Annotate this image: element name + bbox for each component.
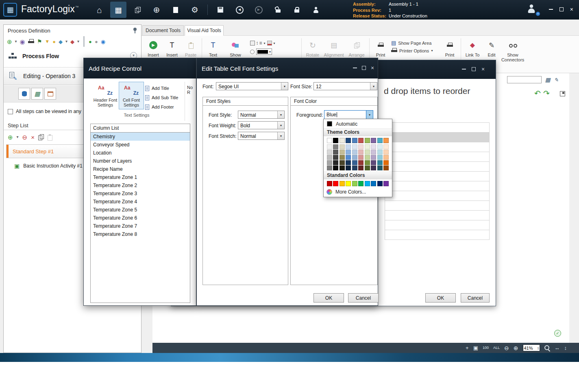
expand-icon[interactable] <box>560 91 565 98</box>
color-swatch[interactable] <box>340 144 345 149</box>
header-font-settings-button[interactable]: Header FontSettings <box>93 82 118 109</box>
color-swatch[interactable] <box>358 155 364 160</box>
remove-step-icon[interactable]: ⊖ <box>22 134 28 140</box>
reorder-row[interactable] <box>385 123 490 133</box>
copy-step-icon[interactable] <box>38 134 44 140</box>
color-swatch[interactable] <box>358 150 364 155</box>
color-swatch[interactable] <box>352 144 357 149</box>
close-button[interactable] <box>570 7 573 11</box>
font-select[interactable]: Segoe UI <box>216 82 288 90</box>
add-footer-button[interactable]: Add Footer <box>145 103 174 111</box>
data-source-button[interactable] <box>18 88 30 100</box>
palette-icon[interactable]: ◆ <box>59 39 63 44</box>
color-swatch[interactable] <box>333 144 338 149</box>
add-step-caret-icon[interactable]: ▾ <box>17 135 19 139</box>
column-list-item[interactable]: Temperature Zone 6 <box>91 214 190 222</box>
schedule-button[interactable] <box>44 88 56 100</box>
unlock-icon[interactable] <box>270 2 286 18</box>
add-title-button[interactable]: Add Title <box>145 84 169 92</box>
color-swatch[interactable] <box>340 160 345 165</box>
fit-width-icon[interactable]: ↔ <box>555 345 560 351</box>
font-size-select[interactable]: 12 <box>313 82 377 90</box>
color-swatch[interactable] <box>365 181 370 186</box>
color-swatch[interactable] <box>358 181 364 186</box>
flow-icon[interactable]: ⚑ <box>37 39 42 44</box>
color-swatch[interactable] <box>383 155 389 160</box>
color-swatch[interactable] <box>340 155 345 160</box>
foreground-color-select[interactable]: Blue <box>324 110 373 119</box>
font-style-select[interactable]: Normal <box>238 111 285 119</box>
stop-icon[interactable]: ● <box>95 39 98 44</box>
column-list-item[interactable]: Number of Layers <box>91 157 190 165</box>
zoom-in-icon[interactable]: ⊕ <box>514 345 518 351</box>
delete-step-icon[interactable]: × <box>31 134 35 140</box>
color-swatch[interactable] <box>371 155 376 160</box>
grid-view-button[interactable] <box>544 76 552 84</box>
color-swatch[interactable] <box>365 144 370 149</box>
color-swatch[interactable] <box>352 181 357 186</box>
color-swatch[interactable] <box>333 155 338 160</box>
cancel-button[interactable]: Cancel <box>348 293 379 303</box>
color-swatch[interactable] <box>383 181 389 186</box>
column-list-item[interactable]: Temperature Zone 2 <box>91 181 190 189</box>
edit-page-button[interactable] <box>552 76 560 84</box>
maximize-button[interactable] <box>472 67 476 71</box>
color-swatch[interactable] <box>377 160 383 165</box>
dropdown-arrow-icon[interactable] <box>370 83 377 90</box>
color-swatch[interactable] <box>365 155 370 160</box>
navigate-icon[interactable]: ◉ <box>20 39 25 45</box>
color-swatch[interactable] <box>377 138 383 143</box>
settings-gear-icon[interactable]: ⚙ <box>187 2 203 18</box>
color-swatch[interactable] <box>346 138 351 143</box>
print-icon[interactable] <box>28 39 34 44</box>
color-swatch[interactable] <box>383 144 389 149</box>
color-swatch[interactable] <box>365 160 370 165</box>
color-swatch[interactable] <box>327 150 332 155</box>
add-caret-icon[interactable]: ▾ <box>15 39 17 44</box>
color-swatch[interactable] <box>340 166 345 170</box>
color-swatch[interactable] <box>327 181 332 186</box>
color-swatch[interactable] <box>365 150 370 155</box>
dropdown-arrow-icon[interactable] <box>277 122 284 129</box>
insert-text-button[interactable]: TInsert <box>163 38 181 57</box>
tab-visual-aid-tools[interactable]: Visual Aid Tools <box>185 25 224 36</box>
column-list-item[interactable]: Temperature Zone 4 <box>91 198 190 206</box>
reorder-row[interactable] <box>385 181 490 191</box>
info-icon[interactable]: ◉ <box>101 39 105 44</box>
save-icon[interactable] <box>212 2 229 18</box>
color-swatch[interactable] <box>371 144 376 149</box>
show-page-area-button[interactable]: ▤Show Page Area <box>391 40 439 46</box>
add-step-icon[interactable]: ⊕ <box>8 134 13 140</box>
color-swatch[interactable] <box>377 150 383 155</box>
automatic-color-option[interactable]: Automatic <box>324 119 392 128</box>
reorder-row[interactable] <box>385 211 490 220</box>
more-colors-button[interactable]: More Colors... <box>324 187 392 196</box>
color-swatch[interactable] <box>340 138 345 143</box>
all-steps-checkbox[interactable] <box>8 109 13 114</box>
column-list-item[interactable]: Temperature Zone 8 <box>91 230 190 238</box>
paste-step-icon[interactable] <box>47 134 52 140</box>
color-swatch[interactable] <box>352 138 357 143</box>
reorder-row[interactable] <box>385 133 490 142</box>
color-swatch[interactable] <box>333 166 338 170</box>
column-list-item[interactable]: Recipe Name <box>91 165 190 173</box>
maximize-button[interactable] <box>362 66 366 70</box>
text-button[interactable]: TText <box>204 38 222 57</box>
status-badge-icon[interactable] <box>554 330 561 337</box>
link-to-button[interactable]: ◆Link To <box>463 38 482 57</box>
color-swatch[interactable] <box>327 160 332 165</box>
color-swatch[interactable] <box>346 160 351 165</box>
palette-caret-icon[interactable]: ▾ <box>65 39 67 44</box>
color-swatch[interactable] <box>358 144 364 149</box>
maximize-button[interactable] <box>559 7 564 11</box>
fit-page-icon[interactable]: ↕ <box>564 345 567 351</box>
color-swatch[interactable] <box>346 144 351 149</box>
font-weight-select[interactable]: Bold <box>238 121 285 129</box>
color-swatch[interactable] <box>383 150 389 155</box>
dropdown-arrow-icon[interactable] <box>281 83 288 90</box>
color-swatch[interactable] <box>346 166 351 170</box>
color-swatch[interactable] <box>346 150 351 155</box>
color-swatch[interactable] <box>333 138 338 143</box>
color-swatch[interactable] <box>371 181 376 186</box>
show-connectors-button[interactable]: Show Connectors <box>501 38 524 62</box>
